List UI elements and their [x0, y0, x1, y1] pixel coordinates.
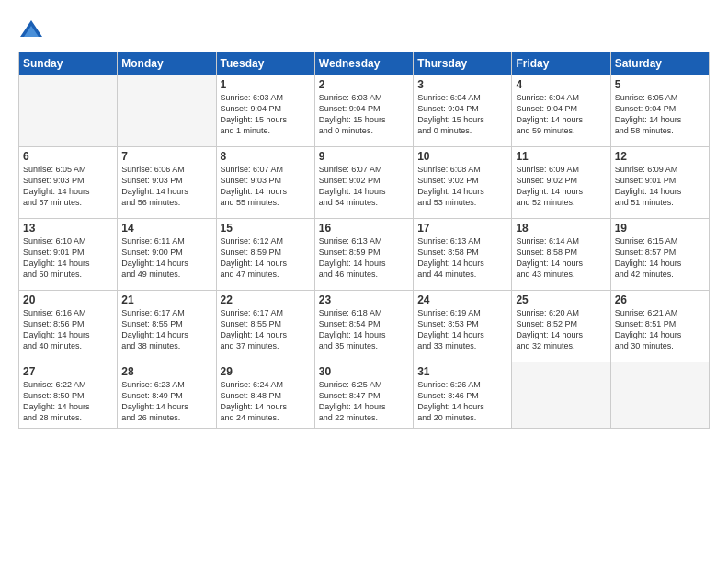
- header-cell: Tuesday: [216, 52, 314, 75]
- day-info: Sunrise: 6:17 AM Sunset: 8:55 PM Dayligh…: [121, 307, 211, 352]
- day-info: Sunrise: 6:04 AM Sunset: 9:04 PM Dayligh…: [417, 92, 507, 137]
- day-cell: 19Sunrise: 6:15 AM Sunset: 8:57 PM Dayli…: [610, 219, 709, 291]
- day-cell: 20Sunrise: 6:16 AM Sunset: 8:56 PM Dayli…: [19, 291, 118, 362]
- day-cell: 31Sunrise: 6:26 AM Sunset: 8:46 PM Dayli…: [414, 362, 512, 429]
- day-number: 26: [615, 293, 705, 306]
- day-info: Sunrise: 6:06 AM Sunset: 9:03 PM Dayligh…: [121, 164, 211, 209]
- day-cell: 26Sunrise: 6:21 AM Sunset: 8:51 PM Dayli…: [610, 291, 709, 362]
- day-number: 15: [221, 222, 311, 235]
- day-number: 11: [516, 150, 606, 163]
- day-info: Sunrise: 6:07 AM Sunset: 9:03 PM Dayligh…: [221, 164, 311, 209]
- day-cell: 18Sunrise: 6:14 AM Sunset: 8:58 PM Dayli…: [512, 219, 610, 291]
- day-info: Sunrise: 6:03 AM Sunset: 9:04 PM Dayligh…: [319, 92, 409, 137]
- week-row: 1Sunrise: 6:03 AM Sunset: 9:04 PM Daylig…: [19, 75, 710, 147]
- day-number: 9: [319, 150, 409, 163]
- header-row: SundayMondayTuesdayWednesdayThursdayFrid…: [19, 52, 710, 75]
- day-info: Sunrise: 6:16 AM Sunset: 8:56 PM Dayligh…: [23, 307, 113, 352]
- day-number: 4: [516, 78, 606, 91]
- day-cell: 17Sunrise: 6:13 AM Sunset: 8:58 PM Dayli…: [414, 219, 512, 291]
- day-info: Sunrise: 6:05 AM Sunset: 9:04 PM Dayligh…: [615, 92, 705, 137]
- header-cell: Wednesday: [314, 52, 413, 75]
- day-cell: 13Sunrise: 6:10 AM Sunset: 9:01 PM Dayli…: [19, 219, 118, 291]
- logo-icon: [18, 17, 44, 42]
- week-row: 20Sunrise: 6:16 AM Sunset: 8:56 PM Dayli…: [19, 291, 710, 362]
- day-number: 16: [319, 222, 409, 235]
- day-cell: 10Sunrise: 6:08 AM Sunset: 9:02 PM Dayli…: [414, 147, 512, 219]
- day-info: Sunrise: 6:17 AM Sunset: 8:55 PM Dayligh…: [221, 307, 311, 352]
- day-info: Sunrise: 6:13 AM Sunset: 8:58 PM Dayligh…: [417, 236, 507, 281]
- day-info: Sunrise: 6:09 AM Sunset: 9:01 PM Dayligh…: [615, 164, 705, 209]
- day-info: Sunrise: 6:22 AM Sunset: 8:50 PM Dayligh…: [23, 379, 113, 424]
- day-info: Sunrise: 6:03 AM Sunset: 9:04 PM Dayligh…: [221, 92, 311, 137]
- header-cell: Friday: [512, 52, 610, 75]
- day-number: 2: [319, 78, 409, 91]
- day-cell: 1Sunrise: 6:03 AM Sunset: 9:04 PM Daylig…: [216, 75, 314, 147]
- day-info: Sunrise: 6:24 AM Sunset: 8:48 PM Dayligh…: [221, 379, 311, 424]
- day-info: Sunrise: 6:05 AM Sunset: 9:03 PM Dayligh…: [23, 164, 113, 209]
- day-number: 23: [319, 293, 409, 306]
- day-number: 19: [615, 222, 705, 235]
- day-cell: 21Sunrise: 6:17 AM Sunset: 8:55 PM Dayli…: [118, 291, 216, 362]
- day-info: Sunrise: 6:21 AM Sunset: 8:51 PM Dayligh…: [615, 307, 705, 352]
- day-number: 8: [221, 150, 311, 163]
- day-number: 18: [516, 222, 606, 235]
- header-cell: Saturday: [610, 52, 709, 75]
- day-number: 5: [615, 78, 705, 91]
- page: SundayMondayTuesdayWednesdayThursdayFrid…: [0, 0, 728, 563]
- day-number: 21: [121, 293, 211, 306]
- calendar: SundayMondayTuesdayWednesdayThursdayFrid…: [18, 52, 710, 429]
- week-row: 27Sunrise: 6:22 AM Sunset: 8:50 PM Dayli…: [19, 362, 710, 429]
- day-cell: 25Sunrise: 6:20 AM Sunset: 8:52 PM Dayli…: [512, 291, 610, 362]
- day-number: 10: [417, 150, 507, 163]
- day-info: Sunrise: 6:15 AM Sunset: 8:57 PM Dayligh…: [615, 236, 705, 281]
- day-cell: 5Sunrise: 6:05 AM Sunset: 9:04 PM Daylig…: [610, 75, 709, 147]
- day-cell: 2Sunrise: 6:03 AM Sunset: 9:04 PM Daylig…: [314, 75, 413, 147]
- day-info: Sunrise: 6:18 AM Sunset: 8:54 PM Dayligh…: [319, 307, 409, 352]
- day-cell: 22Sunrise: 6:17 AM Sunset: 8:55 PM Dayli…: [216, 291, 314, 362]
- day-number: 28: [121, 365, 211, 378]
- day-cell: 16Sunrise: 6:13 AM Sunset: 8:59 PM Dayli…: [314, 219, 413, 291]
- day-info: Sunrise: 6:14 AM Sunset: 8:58 PM Dayligh…: [516, 236, 606, 281]
- day-number: 12: [615, 150, 705, 163]
- day-number: 6: [23, 150, 113, 163]
- day-number: 1: [221, 78, 311, 91]
- day-number: 13: [23, 222, 113, 235]
- day-number: 3: [417, 78, 507, 91]
- day-number: 31: [417, 365, 507, 378]
- header-cell: Sunday: [19, 52, 118, 75]
- week-row: 13Sunrise: 6:10 AM Sunset: 9:01 PM Dayli…: [19, 219, 710, 291]
- day-number: 27: [23, 365, 113, 378]
- day-info: Sunrise: 6:07 AM Sunset: 9:02 PM Dayligh…: [319, 164, 409, 209]
- day-info: Sunrise: 6:09 AM Sunset: 9:02 PM Dayligh…: [516, 164, 606, 209]
- day-cell: 30Sunrise: 6:25 AM Sunset: 8:47 PM Dayli…: [314, 362, 413, 429]
- week-row: 6Sunrise: 6:05 AM Sunset: 9:03 PM Daylig…: [19, 147, 710, 219]
- day-info: Sunrise: 6:11 AM Sunset: 9:00 PM Dayligh…: [121, 236, 211, 281]
- day-info: Sunrise: 6:08 AM Sunset: 9:02 PM Dayligh…: [417, 164, 507, 209]
- day-cell: 4Sunrise: 6:04 AM Sunset: 9:04 PM Daylig…: [512, 75, 610, 147]
- day-cell: 8Sunrise: 6:07 AM Sunset: 9:03 PM Daylig…: [216, 147, 314, 219]
- day-number: 14: [121, 222, 211, 235]
- logo: [18, 17, 48, 42]
- day-cell: 6Sunrise: 6:05 AM Sunset: 9:03 PM Daylig…: [19, 147, 118, 219]
- day-number: 7: [121, 150, 211, 163]
- day-cell: 15Sunrise: 6:12 AM Sunset: 8:59 PM Dayli…: [216, 219, 314, 291]
- day-number: 29: [221, 365, 311, 378]
- day-info: Sunrise: 6:13 AM Sunset: 8:59 PM Dayligh…: [319, 236, 409, 281]
- day-cell: 29Sunrise: 6:24 AM Sunset: 8:48 PM Dayli…: [216, 362, 314, 429]
- day-cell: [610, 362, 709, 429]
- day-info: Sunrise: 6:10 AM Sunset: 9:01 PM Dayligh…: [23, 236, 113, 281]
- day-cell: 28Sunrise: 6:23 AM Sunset: 8:49 PM Dayli…: [118, 362, 216, 429]
- day-cell: 14Sunrise: 6:11 AM Sunset: 9:00 PM Dayli…: [118, 219, 216, 291]
- day-info: Sunrise: 6:04 AM Sunset: 9:04 PM Dayligh…: [516, 92, 606, 137]
- day-cell: 23Sunrise: 6:18 AM Sunset: 8:54 PM Dayli…: [314, 291, 413, 362]
- day-cell: [118, 75, 216, 147]
- day-info: Sunrise: 6:25 AM Sunset: 8:47 PM Dayligh…: [319, 379, 409, 424]
- day-cell: 9Sunrise: 6:07 AM Sunset: 9:02 PM Daylig…: [314, 147, 413, 219]
- day-number: 24: [417, 293, 507, 306]
- day-number: 22: [221, 293, 311, 306]
- day-cell: 12Sunrise: 6:09 AM Sunset: 9:01 PM Dayli…: [610, 147, 709, 219]
- day-info: Sunrise: 6:12 AM Sunset: 8:59 PM Dayligh…: [221, 236, 311, 281]
- day-cell: 24Sunrise: 6:19 AM Sunset: 8:53 PM Dayli…: [414, 291, 512, 362]
- header-cell: Thursday: [414, 52, 512, 75]
- day-number: 17: [417, 222, 507, 235]
